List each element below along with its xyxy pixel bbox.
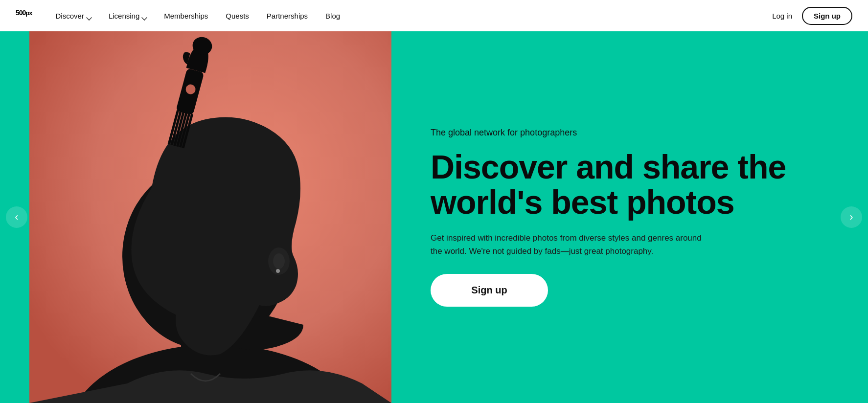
svg-point-14 xyxy=(273,253,285,269)
nav-partnerships[interactable]: Partnerships xyxy=(267,12,308,20)
navbar: 500px Discover Licensing Memberships Que… xyxy=(0,0,868,31)
svg-point-15 xyxy=(276,269,280,273)
nav-links: Discover Licensing Memberships Quests Pa… xyxy=(56,12,773,20)
hero-subtitle: The global network for photographers xyxy=(431,128,829,138)
nav-discover-label: Discover xyxy=(56,12,84,20)
nav-memberships[interactable]: Memberships xyxy=(164,12,208,20)
nav-licensing[interactable]: Licensing xyxy=(109,12,146,20)
chevron-down-icon xyxy=(141,14,146,17)
hero-content: The global network for photographers Dis… xyxy=(391,128,868,306)
nav-quests[interactable]: Quests xyxy=(226,12,249,20)
hero-image-container xyxy=(29,31,391,403)
nav-discover[interactable]: Discover xyxy=(56,12,91,20)
chevron-down-icon xyxy=(86,14,91,17)
nav-signup-button[interactable]: Sign up xyxy=(802,7,852,25)
logo-text: 500 xyxy=(16,9,25,17)
prev-slide-button[interactable]: ‹ xyxy=(6,206,27,228)
hero-image xyxy=(29,31,391,403)
hero-section: ‹ xyxy=(0,31,868,403)
nav-partnerships-label: Partnerships xyxy=(267,12,308,20)
logo-superscript: px xyxy=(25,9,32,17)
nav-auth: Log in Sign up xyxy=(772,7,852,25)
hero-illustration xyxy=(29,31,391,403)
nav-quests-label: Quests xyxy=(226,12,249,20)
nav-memberships-label: Memberships xyxy=(164,12,208,20)
nav-licensing-label: Licensing xyxy=(109,12,139,20)
login-link[interactable]: Log in xyxy=(772,12,792,20)
nav-blog[interactable]: Blog xyxy=(325,12,340,20)
chevron-right-icon: › xyxy=(849,211,853,224)
nav-blog-label: Blog xyxy=(325,12,340,20)
hero-title: Discover and share the world's best phot… xyxy=(431,150,829,220)
next-slide-button[interactable]: › xyxy=(841,206,862,228)
logo[interactable]: 500px xyxy=(16,8,32,23)
hero-description: Get inspired with incredible photos from… xyxy=(431,231,705,258)
hero-signup-button[interactable]: Sign up xyxy=(431,274,548,307)
chevron-left-icon: ‹ xyxy=(15,211,18,224)
